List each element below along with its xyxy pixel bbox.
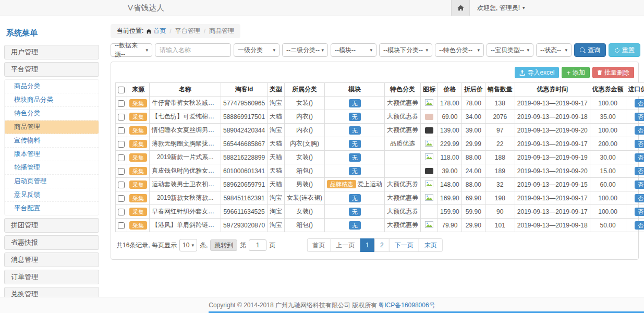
- cell-coupon-amount: 50.00: [590, 219, 626, 232]
- import-select-badge[interactable]: 否: [635, 194, 644, 202]
- import-select-badge[interactable]: 否: [635, 99, 644, 107]
- module-badge[interactable]: 无: [349, 113, 361, 121]
- sidebar-item-启动页管理[interactable]: 启动页管理: [5, 175, 99, 188]
- row-checkbox[interactable]: [118, 127, 125, 134]
- cell-product-name: 2019新款一片式系...: [150, 151, 221, 164]
- module-badge[interactable]: 无: [349, 221, 361, 230]
- sidebar-item-特色分类[interactable]: 特色分类: [5, 107, 99, 121]
- sidebar-item-版本管理[interactable]: 版本管理: [5, 148, 99, 161]
- filter-select-特色分类[interactable]: --特色分类--▾: [435, 43, 484, 57]
- name-search-input[interactable]: [155, 43, 231, 57]
- row-checkbox[interactable]: [118, 195, 125, 202]
- filter-select-模块[interactable]: --模块--▾: [331, 43, 376, 57]
- cell-import-select: 否: [626, 164, 644, 178]
- filter-select-一级分类[interactable]: 一级分类▾: [234, 43, 280, 57]
- jump-page-input[interactable]: [249, 239, 266, 251]
- cell-product-name: 薄款无钢圈文胸聚拢性...: [150, 137, 221, 151]
- import-select-badge[interactable]: 否: [635, 113, 644, 121]
- add-button[interactable]: + 添加: [562, 67, 590, 78]
- import-select-badge[interactable]: 否: [635, 167, 644, 175]
- sidebar-item-意见反馈[interactable]: 意见反馈: [5, 188, 99, 202]
- cell-category: 女装(连衣裙): [285, 191, 325, 205]
- sidebar-item-模块商品分类[interactable]: 模块商品分类: [5, 93, 99, 107]
- sidebar-item-商品分类[interactable]: 商品分类: [5, 80, 99, 93]
- sidebar-section-消息管理[interactable]: 消息管理: [4, 252, 99, 267]
- filter-select-二级分类[interactable]: --二级分类--▾: [282, 43, 328, 57]
- caret-down-icon: ▾: [191, 243, 194, 248]
- module-badge[interactable]: 无: [349, 208, 361, 216]
- row-checkbox[interactable]: [118, 154, 125, 161]
- module-badge[interactable]: 无: [349, 140, 361, 148]
- module-badge[interactable]: 品牌精选: [327, 180, 356, 188]
- row-checkbox[interactable]: [118, 222, 125, 229]
- filter-select-label: --模块下分类--: [383, 46, 423, 55]
- sidebar-section-省惠快报[interactable]: 省惠快报: [4, 235, 99, 250]
- import-excel-button[interactable]: 导入excel: [515, 67, 559, 78]
- user-menu[interactable]: 欢迎您, 管理员! ▾: [470, 0, 525, 16]
- cell-import-select: 否: [626, 191, 644, 205]
- import-select-badge[interactable]: 否: [635, 153, 644, 162]
- module-badge[interactable]: 无: [349, 99, 361, 107]
- breadcrumb-home-link[interactable]: 首页: [146, 27, 166, 35]
- jump-button[interactable]: 跳转到: [210, 239, 237, 251]
- module-badge[interactable]: 无: [349, 126, 361, 135]
- icp-link[interactable]: 粤ICP备16098006号: [378, 301, 435, 310]
- cell-type: 天猫: [268, 137, 285, 151]
- source-badge: 采集: [129, 194, 147, 202]
- page-size-select[interactable]: 10 ▾: [179, 239, 197, 251]
- cell-type: 淘宝: [268, 219, 285, 232]
- sidebar-item-商品管理[interactable]: 商品管理: [5, 121, 99, 134]
- row-checkbox[interactable]: [118, 168, 125, 175]
- row-checkbox[interactable]: [118, 114, 125, 121]
- cell-icon: [421, 219, 438, 232]
- sidebar-section-平台管理[interactable]: 平台管理: [4, 62, 99, 77]
- cell-feature: 大额优惠券: [385, 205, 421, 219]
- sidebar-section-订单管理[interactable]: 订单管理: [4, 270, 99, 284]
- pager-首页[interactable]: 首页: [307, 238, 331, 252]
- module-badge[interactable]: 无: [349, 167, 361, 175]
- sidebar-item-轮播管理[interactable]: 轮播管理: [5, 161, 99, 175]
- batch-delete-button[interactable]: 批量删除: [592, 67, 634, 78]
- row-checkbox[interactable]: [118, 141, 125, 148]
- filter-select-label: --特色分类--: [439, 46, 472, 55]
- cell-taoke-id: 589620659791: [221, 178, 268, 191]
- reset-button[interactable]: 重置: [609, 43, 640, 57]
- filter-select-label: --宝贝类型--: [491, 46, 524, 55]
- cell-coupon-amount: 15.00: [590, 164, 626, 178]
- table-row: 采集真皮钱包时尚优雅女士...601000601341天猫箱包()无39.002…: [116, 164, 644, 178]
- cell-category: 箱包(): [285, 164, 325, 178]
- pager-末页[interactable]: 末页: [419, 238, 443, 252]
- sidebar-item-平台配置[interactable]: 平台配置: [5, 202, 99, 215]
- sidebar-section-拼团管理[interactable]: 拼团管理: [4, 218, 99, 233]
- filter-select-数据来源[interactable]: --数据来源--▾: [111, 43, 152, 57]
- select-all-checkbox[interactable]: [118, 87, 125, 93]
- import-select-badge[interactable]: 否: [635, 221, 644, 230]
- row-checkbox[interactable]: [118, 209, 125, 215]
- pager-下一页[interactable]: 下一页: [389, 238, 419, 252]
- cell-sales: 2076: [485, 110, 515, 124]
- module-badge[interactable]: 无: [349, 153, 361, 162]
- cell-product-name: 情侣睡衣女夏丝绸男士...: [150, 124, 221, 137]
- import-select-badge[interactable]: 否: [635, 180, 644, 189]
- module-badge[interactable]: 无: [349, 194, 361, 202]
- filter-select-模块下分类[interactable]: --模块下分类--▾: [379, 43, 432, 57]
- filter-select-状态[interactable]: --状态--▾: [536, 43, 572, 57]
- home-button[interactable]: [451, 0, 470, 16]
- row-checkbox[interactable]: [118, 182, 125, 188]
- filter-select-宝贝类型[interactable]: --宝贝类型--▾: [487, 43, 533, 57]
- cell-product-name: 运动套装男士卫衣初秋...: [150, 178, 221, 191]
- filter-select-label: --数据来源--: [115, 41, 145, 59]
- import-select-badge[interactable]: 否: [635, 126, 644, 135]
- row-checkbox[interactable]: [118, 100, 125, 107]
- sidebar-item-宣传物料[interactable]: 宣传物料: [5, 134, 99, 148]
- search-button[interactable]: 查询: [574, 43, 606, 57]
- sidebar-section-用户管理[interactable]: 用户管理: [4, 45, 99, 59]
- pager-1[interactable]: 1: [360, 238, 375, 252]
- cell-type: 淘宝: [268, 205, 285, 219]
- cell-feature: 大额优惠券: [385, 124, 421, 137]
- import-select-badge[interactable]: 否: [635, 140, 644, 148]
- cell-product-name: 牛仔背带裤女秋装减龄...: [150, 97, 221, 110]
- pager-上一页[interactable]: 上一页: [330, 238, 360, 252]
- import-select-badge[interactable]: 否: [635, 208, 644, 216]
- pager-2[interactable]: 2: [374, 238, 390, 252]
